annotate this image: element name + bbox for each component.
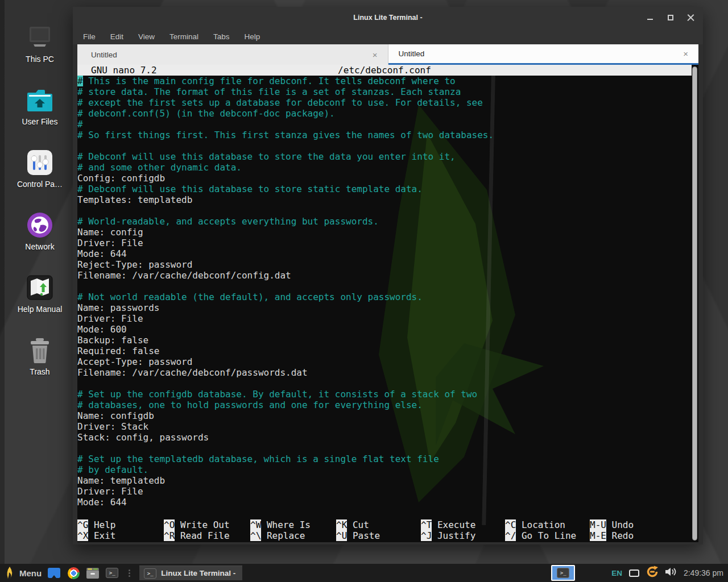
terminal-line: Filename: /var/cache/debconf/config.dat (77, 270, 692, 281)
file-manager-launcher[interactable] (86, 566, 100, 580)
terminal-line: Driver: File (77, 313, 692, 324)
terminal-line: Filename: /var/cache/debconf/passwords.d… (77, 367, 692, 378)
taskbar-window-button[interactable]: >_ Linux Lite Terminal - (139, 566, 242, 580)
updates-tray-icon[interactable] (646, 566, 659, 580)
chrome-icon (68, 567, 80, 579)
window-titlebar[interactable]: Linux Lite Terminal - (73, 7, 703, 28)
tab-title: Untitled (388, 49, 425, 58)
menu-bar: File Edit View Terminal Tabs Help (73, 28, 703, 44)
nano-shortcut[interactable]: ^J Justify (421, 530, 475, 541)
terminal-line: Required: false (77, 346, 692, 356)
shortcut-key: ^C (505, 519, 516, 530)
chrome-launcher[interactable] (67, 566, 80, 580)
terminal-line: # debconf.conf(5) (in the debconf-doc pa… (77, 108, 692, 119)
window-icon (48, 568, 60, 578)
desktop-icon-trash[interactable]: Trash (9, 322, 71, 376)
tab-close-icon[interactable]: × (683, 49, 688, 58)
start-menu-button[interactable]: Menu (5, 566, 42, 580)
terminal-line: # databases, one to hold passwords and o… (77, 400, 692, 410)
terminal-line: Stack: config, passwords (77, 432, 692, 443)
nano-shortcut[interactable]: ^\ Replace (250, 530, 305, 541)
globe-icon (25, 211, 55, 239)
terminal-line: Driver: File (77, 238, 692, 248)
nano-shortcut[interactable]: ^X Exit (77, 530, 115, 541)
taskbar-window-label: Linux Lite Terminal - (161, 569, 235, 577)
nano-shortcut[interactable]: ^/ Go To Line (505, 530, 576, 541)
desktop-icon-user-files[interactable]: User Files (9, 72, 71, 126)
nano-shortcut[interactable]: ^R Read File (164, 530, 230, 541)
taskbar-clock: 2:49:36 pm (684, 568, 723, 577)
menu-edit[interactable]: Edit (110, 32, 123, 41)
sliders-icon (25, 149, 55, 176)
terminal-line: Backup: false (77, 335, 692, 346)
menu-tabs[interactable]: Tabs (213, 32, 230, 41)
desktop-icon-help-manual[interactable]: Help Manual (9, 259, 71, 314)
nano-shortcut[interactable]: ^G Help (77, 519, 115, 530)
desktop-icon-label: Network (25, 242, 54, 251)
terminal-line: # Debconf will use this database to stor… (77, 151, 692, 162)
terminal-line (77, 378, 692, 389)
menu-button-label: Menu (19, 568, 42, 578)
desktop-icon-label: Control Pa… (17, 180, 63, 189)
terminal-line (77, 281, 692, 292)
nano-shortcut[interactable]: ^O Write Out (164, 519, 230, 530)
shortcut-key: ^/ (505, 530, 516, 541)
nano-shortcut[interactable]: ^T Execute (421, 519, 475, 530)
tab-untitled-2[interactable]: Untitled × (388, 44, 699, 65)
terminal-line: Mode: 600 (77, 324, 692, 335)
minimize-icon[interactable] (646, 14, 654, 22)
home-folder-icon (25, 86, 55, 114)
terminal-line: # Not world readable (the default), and … (77, 292, 692, 302)
shortcut-key: ^K (336, 519, 347, 530)
nano-titlebar: GNU nano 7.2 /etc/debconf.conf (77, 65, 692, 76)
keyboard-layout-indicator[interactable]: EN (611, 569, 622, 577)
taskbar: Menu >_ >_ Linux Lite Termina (0, 564, 728, 582)
terminal-line: Mode: 644 (77, 497, 692, 508)
shortcut-key: ^O (164, 519, 175, 530)
maximize-icon[interactable] (667, 14, 675, 22)
terminal-line: Driver: Stack (77, 421, 692, 432)
desktop-icon-this-pc[interactable]: This PC (9, 9, 71, 64)
tab-untitled-1[interactable]: Untitled × (77, 44, 388, 65)
terminal-line (77, 140, 692, 151)
trash-icon (25, 336, 55, 364)
text-cursor: # (77, 76, 83, 86)
terminal-line: Name: config (77, 227, 692, 238)
terminal-line: Name: configdb (77, 410, 692, 421)
tab-close-icon[interactable]: × (373, 51, 378, 59)
terminal-launcher[interactable]: >_ (105, 566, 119, 580)
terminal-line: Mode: 644 (77, 248, 692, 259)
nano-shortcut[interactable]: ^W Where Is (250, 519, 311, 530)
nano-shortcut[interactable]: M-U Undo (590, 519, 634, 530)
terminal-line: Templates: templatedb (77, 194, 692, 205)
menu-file[interactable]: File (83, 32, 96, 41)
shortcut-key: ^X (77, 530, 88, 541)
shortcut-key: ^G (77, 519, 88, 530)
menu-help[interactable]: Help (245, 32, 260, 41)
nano-buffer: # This is the main config file for debco… (77, 76, 692, 508)
terminal-line: # by default. (77, 464, 692, 475)
dock-active-terminal[interactable]: >_ (551, 565, 575, 581)
desktop-icon-network[interactable]: Network (9, 197, 71, 251)
nano-shortcut[interactable]: ^K Cut (336, 519, 369, 530)
window-title: Linux Lite Terminal - (353, 14, 422, 22)
file-browser-launcher[interactable] (47, 566, 61, 580)
shortcut-key: M-U (590, 519, 606, 530)
nano-shortcut[interactable]: ^U Paste (336, 530, 380, 541)
terminal-line: # So first things first. This first stan… (77, 130, 692, 140)
desktop-icon-control-panel[interactable]: Control Pa… (9, 134, 71, 189)
nano-shortcut[interactable]: M-E Redo (590, 530, 634, 541)
display-tray-icon[interactable] (629, 569, 639, 577)
volume-tray-icon[interactable] (665, 567, 677, 579)
desktop-icon-label: Trash (30, 367, 49, 376)
menu-view[interactable]: View (138, 32, 155, 41)
menu-terminal[interactable]: Terminal (169, 32, 198, 41)
archive-drawer-icon (86, 568, 99, 579)
terminal-scrollbar[interactable] (692, 66, 697, 541)
terminal-icon: >_ (106, 568, 118, 578)
shortcut-key: ^\ (250, 530, 261, 541)
nano-shortcut[interactable]: ^C Location (505, 519, 565, 530)
terminal-line: Name: templatedb (77, 475, 692, 486)
terminal-view[interactable]: GNU nano 7.2 /etc/debconf.conf # This is… (77, 65, 698, 542)
close-icon[interactable] (687, 14, 695, 22)
